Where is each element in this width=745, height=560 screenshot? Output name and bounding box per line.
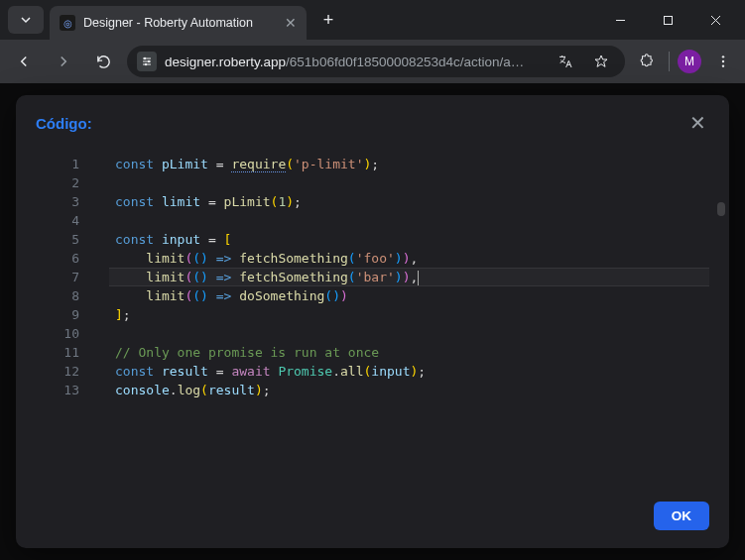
reload-button[interactable] <box>87 46 119 77</box>
svg-point-6 <box>722 64 724 66</box>
translate-button[interactable] <box>552 48 579 75</box>
arrow-right-icon <box>55 53 72 70</box>
line-number: 10 <box>56 324 99 343</box>
code-line[interactable]: // Only one promise is run at once <box>115 343 709 362</box>
modal-close-button[interactable]: ✕ <box>685 111 709 135</box>
tune-icon <box>141 56 153 67</box>
url-bar[interactable]: designer.roberty.app/651b06fd0f185000082… <box>127 46 625 77</box>
code-line[interactable]: const pLimit = require('p-limit'); <box>115 155 709 173</box>
browser-tab[interactable]: ◎ Designer - Roberty Automation ✕ <box>50 6 307 40</box>
line-number: 7 <box>56 268 99 286</box>
site-info-icon[interactable] <box>137 52 157 71</box>
reload-icon <box>95 54 112 70</box>
code-line[interactable]: ]; <box>115 305 709 324</box>
ok-button[interactable]: OK <box>654 502 709 530</box>
code-editor[interactable]: 12345678910111213 const pLimit = require… <box>16 143 729 502</box>
line-number: 5 <box>56 230 99 249</box>
tab-search-button[interactable] <box>8 6 44 34</box>
chevron-down-icon <box>20 14 32 26</box>
code-line[interactable]: limit(() => fetchSomething('bar')), <box>109 268 709 286</box>
code-line[interactable]: const result = await Promise.all(input); <box>115 362 709 381</box>
scrollbar-thumb[interactable] <box>717 202 725 216</box>
extensions-button[interactable] <box>633 48 661 75</box>
code-line[interactable]: const limit = pLimit(1); <box>115 192 709 211</box>
minimize-icon <box>615 15 626 26</box>
url-text: designer.roberty.app/651b06fd0f185000082… <box>165 55 544 69</box>
browser-toolbar: designer.roberty.app/651b06fd0f185000082… <box>0 40 745 83</box>
puzzle-icon <box>639 54 656 70</box>
line-number: 3 <box>56 192 99 211</box>
minimize-button[interactable] <box>598 4 642 36</box>
toolbar-divider <box>669 52 670 71</box>
back-button[interactable] <box>8 46 40 77</box>
maximize-button[interactable] <box>646 4 689 36</box>
code-line[interactable] <box>115 173 709 192</box>
kebab-icon <box>715 54 731 69</box>
menu-button[interactable] <box>709 48 737 75</box>
text-cursor <box>418 271 419 285</box>
line-number: 6 <box>56 249 99 268</box>
svg-point-5 <box>722 60 724 62</box>
line-number: 8 <box>56 286 99 305</box>
code-line[interactable]: const input = [ <box>115 230 709 249</box>
close-window-button[interactable] <box>693 4 737 36</box>
close-tab-button[interactable]: ✕ <box>285 15 297 31</box>
line-number: 12 <box>56 362 99 381</box>
code-line[interactable]: limit(() => doSomething()) <box>115 286 709 305</box>
code-line[interactable]: limit(() => fetchSomething('foo')), <box>115 249 709 268</box>
svg-point-4 <box>722 56 724 57</box>
star-icon <box>593 54 609 69</box>
browser-titlebar: ◎ Designer - Roberty Automation ✕ + <box>0 0 745 40</box>
line-number: 11 <box>56 343 99 362</box>
svg-point-2 <box>148 60 150 62</box>
close-icon <box>710 15 721 26</box>
svg-rect-0 <box>664 16 672 24</box>
line-number: 2 <box>56 173 99 192</box>
modal-title: Código: <box>36 115 92 132</box>
line-number: 4 <box>56 211 99 230</box>
svg-point-1 <box>144 57 146 59</box>
arrow-left-icon <box>15 53 33 70</box>
code-line[interactable]: console.log(result); <box>115 381 709 399</box>
new-tab-button[interactable]: + <box>314 6 342 34</box>
tab-title: Designer - Roberty Automation <box>83 16 253 30</box>
code-modal: Código: ✕ 12345678910111213 const pLimit… <box>16 95 729 548</box>
bookmark-button[interactable] <box>587 48 615 75</box>
favicon-icon: ◎ <box>60 15 75 31</box>
profile-avatar[interactable]: M <box>678 50 701 73</box>
forward-button[interactable] <box>48 46 79 77</box>
maximize-icon <box>663 15 674 26</box>
translate-icon <box>558 54 573 69</box>
line-number: 9 <box>56 305 99 324</box>
line-number: 1 <box>56 155 99 173</box>
code-line[interactable] <box>115 324 709 343</box>
code-line[interactable] <box>115 211 709 230</box>
svg-point-3 <box>145 63 147 65</box>
line-number: 13 <box>56 381 99 399</box>
